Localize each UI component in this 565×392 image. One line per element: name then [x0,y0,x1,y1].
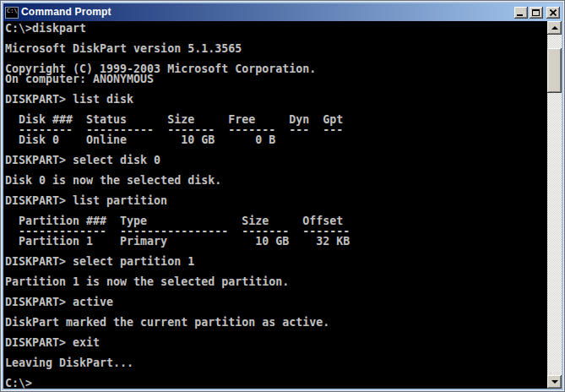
console-line: Disk 0 is now the selected disk. [5,176,547,186]
vertical-scrollbar [547,21,562,389]
scrollbar-thumb[interactable] [547,48,562,93]
console-line: DISKPART> exit [5,338,547,348]
arrow-down-icon [551,380,558,384]
scroll-down-button[interactable] [547,375,562,389]
minimize-button[interactable] [514,7,528,19]
console-line: On computer: ANONYMOUS [5,74,547,84]
window-controls [514,7,560,19]
console-line: Partition 1 Primary 10 GB 32 KB [5,237,547,247]
console-line: Partition 1 is now the selected partitio… [5,277,547,287]
console-line: DISKPART> active [5,297,547,308]
console-line: Microsoft DiskPart version 5.1.3565 [5,44,547,54]
window-body: C:\>diskpartMicrosoft DiskPart version 5… [3,21,562,389]
command-prompt-window: C:\ Command Prompt C:\>diskpartMicrosoft… [0,0,565,392]
command-prompt-icon-label: C:\ [7,8,18,14]
close-icon [550,9,557,16]
console-line: Disk 0 Online 10 GB 0 B [5,135,547,145]
minimize-icon [517,14,523,16]
console-line: DISKPART> select partition 1 [5,257,547,267]
console-line: DiskPart marked the current partition as… [5,318,547,328]
close-button[interactable] [546,7,560,19]
console-line: DISKPART> list partition [5,196,547,206]
console-line: DISKPART> list disk [5,95,547,105]
console-line: C:\>diskpart [5,24,547,34]
title-bar[interactable]: C:\ Command Prompt [3,3,562,21]
scrollbar-track[interactable] [547,35,562,375]
console-line [5,368,547,378]
scroll-up-button[interactable] [547,21,562,35]
arrow-up-icon [551,26,558,30]
window-title: Command Prompt [21,6,512,19]
console-output[interactable]: C:\>diskpartMicrosoft DiskPart version 5… [3,21,547,389]
command-prompt-icon: C:\ [5,7,19,19]
console-line: Leaving DiskPart... [5,358,547,368]
console-line: C:\> [5,378,547,389]
maximize-icon [532,9,540,16]
console-line: DISKPART> select disk 0 [5,155,547,166]
maximize-button[interactable] [530,7,543,19]
